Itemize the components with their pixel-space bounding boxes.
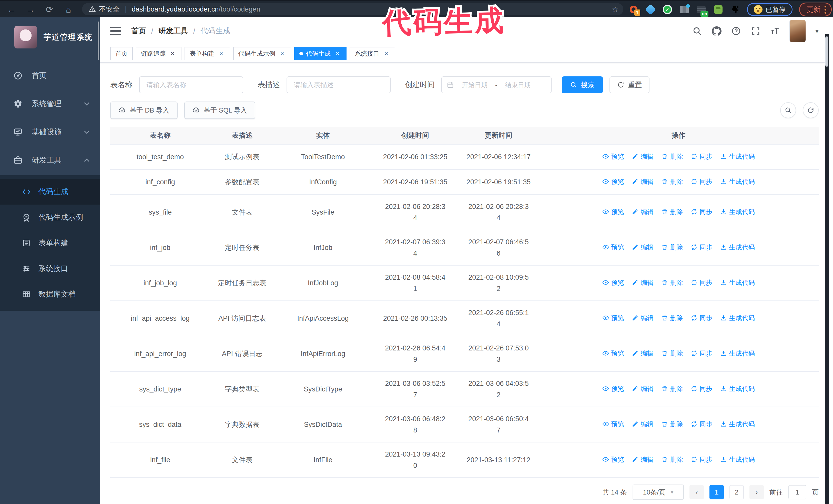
close-icon[interactable]: × bbox=[217, 50, 225, 57]
preview-link[interactable]: 预览 bbox=[602, 454, 624, 465]
kebab-menu-icon[interactable] bbox=[825, 6, 826, 14]
tab-tracing[interactable]: 链路追踪 × bbox=[136, 47, 182, 60]
delete-link[interactable]: 删除 bbox=[661, 241, 683, 253]
generate-link[interactable]: 生成代码 bbox=[720, 454, 755, 465]
delete-link[interactable]: 删除 bbox=[661, 347, 683, 359]
preview-link[interactable]: 预览 bbox=[602, 206, 624, 217]
close-icon[interactable]: × bbox=[382, 50, 390, 57]
url-host[interactable]: dashboard.yudao.iocoder.cn bbox=[132, 5, 219, 13]
github-icon[interactable] bbox=[712, 26, 721, 36]
sync-link[interactable]: 同步 bbox=[691, 241, 713, 253]
sidebar-item-system[interactable]: 系统管理 bbox=[0, 90, 100, 118]
sync-link[interactable]: 同步 bbox=[691, 151, 713, 162]
tab-form-builder[interactable]: 表单构建 × bbox=[185, 47, 230, 60]
prev-page-button[interactable]: ‹ bbox=[689, 485, 704, 499]
generate-link[interactable]: 生成代码 bbox=[720, 418, 755, 430]
sidebar-item-infra[interactable]: 基础设施 bbox=[0, 118, 100, 146]
close-icon[interactable]: × bbox=[334, 50, 341, 57]
delete-link[interactable]: 删除 bbox=[661, 418, 683, 430]
extension-columns-icon[interactable] bbox=[679, 4, 689, 15]
generate-link[interactable]: 生成代码 bbox=[720, 383, 755, 394]
tab-codegen-demo[interactable]: 代码生成示例 × bbox=[233, 47, 291, 60]
delete-link[interactable]: 删除 bbox=[661, 151, 683, 162]
browser-scrollbar[interactable] bbox=[825, 34, 829, 504]
edit-link[interactable]: 编辑 bbox=[632, 241, 653, 253]
generate-link[interactable]: 生成代码 bbox=[720, 206, 755, 217]
sync-link[interactable]: 同步 bbox=[691, 383, 713, 394]
submenu-item-system-api[interactable]: 系统接口 bbox=[0, 256, 100, 282]
puzzle-icon[interactable] bbox=[730, 4, 740, 15]
edit-link[interactable]: 编辑 bbox=[632, 176, 653, 187]
sync-link[interactable]: 同步 bbox=[691, 454, 713, 465]
hamburger-icon[interactable] bbox=[110, 27, 121, 35]
help-icon[interactable] bbox=[731, 26, 741, 36]
end-date-input[interactable] bbox=[499, 81, 536, 89]
edit-link[interactable]: 编辑 bbox=[632, 151, 653, 162]
import-db-button[interactable]: 基于 DB 导入 bbox=[110, 101, 177, 119]
sidebar-item-devtools[interactable]: 研发工具 bbox=[0, 146, 100, 174]
reset-button[interactable]: 重置 bbox=[610, 76, 649, 93]
delete-link[interactable]: 删除 bbox=[661, 277, 683, 288]
delete-link[interactable]: 删除 bbox=[661, 454, 683, 465]
delete-link[interactable]: 删除 bbox=[661, 206, 683, 217]
preview-link[interactable]: 预览 bbox=[602, 418, 624, 430]
table-desc-input[interactable] bbox=[287, 76, 390, 93]
profile-paused-chip[interactable]: 已暂停 bbox=[747, 3, 792, 16]
preview-link[interactable]: 预览 bbox=[602, 176, 624, 187]
edit-link[interactable]: 编辑 bbox=[632, 418, 653, 430]
address-bar[interactable]: 不安全 | dashboard.yudao.iocoder.cn/tool/co… bbox=[82, 3, 623, 16]
delete-link[interactable]: 删除 bbox=[661, 383, 683, 394]
refresh-table-button[interactable] bbox=[803, 102, 819, 118]
page-button-2[interactable]: 2 bbox=[730, 485, 744, 499]
forward-icon[interactable]: → bbox=[25, 4, 37, 16]
caret-down-icon[interactable]: ▾ bbox=[815, 27, 819, 35]
tab-system-api[interactable]: 系统接口 × bbox=[350, 47, 395, 60]
extension-rows-icon[interactable]: on bbox=[696, 4, 706, 15]
url-path[interactable]: /tool/codegen bbox=[219, 5, 260, 13]
edit-link[interactable]: 编辑 bbox=[632, 312, 653, 323]
user-avatar[interactable] bbox=[790, 20, 806, 42]
edit-link[interactable]: 编辑 bbox=[632, 347, 653, 359]
table-name-input[interactable] bbox=[139, 76, 243, 93]
date-range-picker[interactable]: - bbox=[442, 76, 552, 93]
goto-page-input[interactable] bbox=[788, 485, 806, 499]
breadcrumb-devtools[interactable]: 研发工具 bbox=[159, 26, 188, 36]
generate-link[interactable]: 生成代码 bbox=[720, 277, 755, 288]
sync-link[interactable]: 同步 bbox=[691, 206, 713, 217]
logo-row[interactable]: 芋道管理系统 bbox=[0, 17, 100, 51]
sync-link[interactable]: 同步 bbox=[691, 312, 713, 323]
generate-link[interactable]: 生成代码 bbox=[720, 241, 755, 253]
generate-link[interactable]: 生成代码 bbox=[720, 347, 755, 359]
next-page-button[interactable]: › bbox=[749, 485, 764, 499]
sync-link[interactable]: 同步 bbox=[691, 277, 713, 288]
extension-gem-icon[interactable] bbox=[645, 4, 656, 15]
delete-link[interactable]: 删除 bbox=[661, 312, 683, 323]
extension-ring-icon[interactable]: 1 bbox=[628, 4, 639, 15]
tab-codegen[interactable]: 代码生成 × bbox=[294, 47, 347, 60]
reload-icon[interactable]: ⟳ bbox=[44, 4, 55, 16]
submenu-item-db-doc[interactable]: 数据库文档 bbox=[0, 282, 100, 307]
scrollbar-thumb[interactable] bbox=[825, 37, 828, 67]
import-sql-button[interactable]: 基于 SQL 导入 bbox=[184, 101, 256, 119]
edit-link[interactable]: 编辑 bbox=[632, 206, 653, 217]
submenu-item-form-builder[interactable]: 表单构建 bbox=[0, 230, 100, 256]
preview-link[interactable]: 预览 bbox=[602, 151, 624, 162]
search-button[interactable]: 搜索 bbox=[562, 76, 603, 93]
preview-link[interactable]: 预览 bbox=[602, 383, 624, 394]
search-icon[interactable] bbox=[692, 26, 702, 36]
submenu-item-codegen[interactable]: 代码生成 bbox=[0, 179, 100, 205]
delete-link[interactable]: 删除 bbox=[661, 176, 683, 187]
extension-check-icon[interactable]: ✓ bbox=[662, 4, 672, 15]
back-icon[interactable]: ← bbox=[6, 4, 18, 16]
sync-link[interactable]: 同步 bbox=[691, 418, 713, 430]
extension-key-icon[interactable] bbox=[713, 4, 723, 15]
page-size-select[interactable]: 10条/页 ▾ bbox=[633, 484, 684, 500]
close-icon[interactable]: × bbox=[278, 50, 286, 57]
preview-link[interactable]: 预览 bbox=[602, 277, 624, 288]
preview-link[interactable]: 预览 bbox=[602, 312, 624, 323]
fullscreen-icon[interactable] bbox=[751, 26, 760, 36]
generate-link[interactable]: 生成代码 bbox=[720, 312, 755, 323]
page-button-1[interactable]: 1 bbox=[710, 485, 724, 499]
close-icon[interactable]: × bbox=[169, 50, 176, 57]
edit-link[interactable]: 编辑 bbox=[632, 277, 653, 288]
